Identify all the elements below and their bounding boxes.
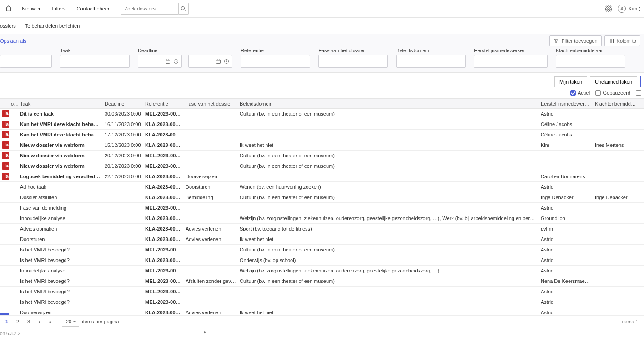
table-row[interactable]: Inhoudelijke analyseMEL-2023-00113Welzij… bbox=[0, 266, 644, 276]
filter-taak[interactable] bbox=[60, 55, 130, 68]
cell-prio bbox=[9, 213, 18, 224]
clock-icon[interactable] bbox=[172, 59, 180, 64]
cell-kb bbox=[593, 255, 639, 266]
cell-taak: Inhoudelijke analyse bbox=[18, 213, 103, 224]
page-last[interactable]: » bbox=[46, 317, 55, 326]
filter-deadline-from[interactable] bbox=[138, 55, 182, 68]
table-row[interactable]: Dossier afsluitenKLA-2023-00096Bemiddeli… bbox=[0, 192, 644, 203]
save-as-link[interactable]: Opslaan als bbox=[0, 38, 26, 44]
cell-taak: Ad hoc taak bbox=[18, 182, 103, 192]
cell-badge bbox=[0, 203, 9, 213]
cell-badge: laat bbox=[0, 161, 9, 171]
cell-deadline: 22/12/2023 0:00 bbox=[103, 171, 143, 182]
table-row[interactable]: laatNieuw dossier via webform15/12/2023 … bbox=[0, 140, 644, 151]
cell-fase bbox=[184, 119, 238, 130]
table-row[interactable]: laatKan het VMRI deze klacht behandelen?… bbox=[0, 119, 644, 130]
cell-end bbox=[639, 213, 644, 224]
clock-icon[interactable] bbox=[222, 59, 231, 64]
cell-deadline: 20/12/2023 0:00 bbox=[103, 161, 143, 171]
column-button[interactable]: Kolom to bbox=[604, 35, 640, 46]
settings-button[interactable] bbox=[605, 5, 612, 12]
table-row[interactable]: Is het VMRI bevoegd?MEL-2023-00107Astrid bbox=[0, 297, 644, 307]
cell-elm: Astrid bbox=[539, 266, 593, 276]
filter-elm[interactable] bbox=[474, 55, 548, 68]
home-button[interactable] bbox=[4, 4, 14, 14]
table-row[interactable]: laatLogboek bemiddeling vervolledigen22/… bbox=[0, 171, 644, 182]
cell-end bbox=[639, 140, 644, 151]
range-dash: – bbox=[184, 59, 186, 64]
search-button[interactable] bbox=[179, 3, 189, 15]
cell-deadline bbox=[103, 255, 143, 266]
deadline-from-input[interactable] bbox=[138, 55, 164, 67]
col-deadline[interactable]: Deadline bbox=[103, 99, 143, 109]
filter-kb[interactable] bbox=[556, 55, 625, 68]
check-actief-label: Actief bbox=[578, 90, 590, 96]
page-1[interactable]: 1 bbox=[3, 317, 11, 326]
col-taak[interactable]: Taak bbox=[18, 99, 103, 109]
cell-elm: Céline Jacobs bbox=[539, 130, 593, 140]
table-row[interactable]: Inhoudelijke analyseKLA-2023-00164Welzij… bbox=[0, 213, 644, 224]
filter-bd[interactable] bbox=[396, 55, 466, 68]
filter-first[interactable] bbox=[0, 55, 52, 68]
cell-prio bbox=[9, 171, 18, 182]
filter-fase[interactable] bbox=[318, 55, 388, 68]
calendar-icon[interactable] bbox=[214, 59, 222, 64]
calendar-icon[interactable] bbox=[164, 59, 172, 64]
cell-prio bbox=[9, 109, 18, 119]
user-menu[interactable]: Kim ( bbox=[618, 5, 640, 13]
cell-taak: Kan het VMRI deze klacht behandelen? bbox=[18, 119, 103, 130]
svg-point-3 bbox=[621, 7, 623, 9]
late-badge: laat bbox=[2, 141, 9, 149]
table-row[interactable]: Fase van de meldingMEL-2023-00108Astrid bbox=[0, 203, 644, 213]
cell-badge: laat bbox=[0, 140, 9, 151]
check-extra[interactable] bbox=[636, 90, 641, 96]
table-row[interactable]: Is het VMRI bevoegd?KLA-2023-00098Onderw… bbox=[0, 255, 644, 266]
col-fase[interactable]: Fase van het dossier bbox=[184, 99, 238, 109]
page-3[interactable]: 3 bbox=[25, 317, 33, 326]
items-per-page-select[interactable]: 20 bbox=[62, 317, 79, 327]
table-row[interactable]: laatDit is een taak30/03/2023 0:00MEL-20… bbox=[0, 109, 644, 119]
table-row[interactable]: Is het VMRI bevoegd?MEL-2023-00116Cultuu… bbox=[0, 245, 644, 255]
page-next[interactable]: › bbox=[35, 317, 44, 326]
table-row[interactable]: Advies opmakenKLA-2023-00174Advies verle… bbox=[0, 224, 644, 234]
cell-bd bbox=[238, 287, 539, 297]
nav-contactbeheer[interactable]: Contactbeheer bbox=[74, 6, 112, 11]
cell-badge bbox=[0, 182, 9, 192]
cell-prio bbox=[9, 182, 18, 192]
col-prioriteit[interactable]: oriteit↑ bbox=[9, 99, 18, 109]
toggle-unclaimed[interactable]: Unclaimed taken bbox=[590, 76, 637, 87]
col-referentie[interactable]: Referentie bbox=[143, 99, 184, 109]
filter-deadline-to[interactable] bbox=[188, 55, 232, 68]
tab-dossiers[interactable]: ossiers bbox=[0, 18, 16, 34]
table-row[interactable]: laatKan het VMRI deze klacht behandelen?… bbox=[0, 130, 644, 140]
filter-referentie[interactable] bbox=[241, 55, 310, 68]
checkbox-checked-icon bbox=[570, 90, 576, 96]
page-2[interactable]: 2 bbox=[14, 317, 22, 326]
check-actief[interactable]: Actief bbox=[570, 90, 590, 96]
table-header-row: oriteit↑ Taak Deadline Referentie Fase v… bbox=[0, 99, 644, 109]
nav-filters[interactable]: Filters bbox=[50, 6, 69, 11]
table-row[interactable]: Ad hoc taakKLA-2023-00170DoorsturenWonen… bbox=[0, 182, 644, 192]
tab-te-behandelen[interactable]: Te behandelen berichten bbox=[25, 18, 80, 34]
search-icon bbox=[181, 6, 186, 11]
deadline-to-input[interactable] bbox=[189, 55, 214, 67]
table-row[interactable]: laatNieuw dossier via webform20/12/2023 … bbox=[0, 151, 644, 161]
cell-end bbox=[639, 203, 644, 213]
col-bd[interactable]: Beleidsdomein bbox=[238, 99, 539, 109]
nav-nieuw[interactable]: Nieuw ▼ bbox=[19, 6, 44, 11]
col-elm[interactable]: Eerstelijnsmedewerker bbox=[539, 99, 593, 109]
table-row[interactable]: laatNieuw dossier via webform20/12/2023 … bbox=[0, 161, 644, 171]
toggle-mijn-taken[interactable]: Mijn taken bbox=[554, 76, 587, 87]
cell-prio bbox=[9, 161, 18, 171]
search-input[interactable] bbox=[121, 3, 179, 15]
cell-ref: KLA-2023-00152 bbox=[143, 119, 184, 130]
cell-prio bbox=[9, 130, 18, 140]
cell-deadline bbox=[103, 224, 143, 234]
table-row[interactable]: Is het VMRI bevoegd?MEL-2023-00110Afslui… bbox=[0, 276, 644, 287]
check-gepauzeerd[interactable]: Gepauzeerd bbox=[595, 90, 630, 96]
col-kb[interactable]: Klachtenbemiddelaar bbox=[593, 99, 639, 109]
cell-badge bbox=[0, 255, 9, 266]
add-filter-button[interactable]: Filter toevoegen bbox=[549, 35, 602, 46]
table-row[interactable]: Is het VMRI bevoegd?MEL-2023-00106Astrid bbox=[0, 287, 644, 297]
table-row[interactable]: DoorsturenKLA-2023-00176Advies verlenenI… bbox=[0, 234, 644, 245]
